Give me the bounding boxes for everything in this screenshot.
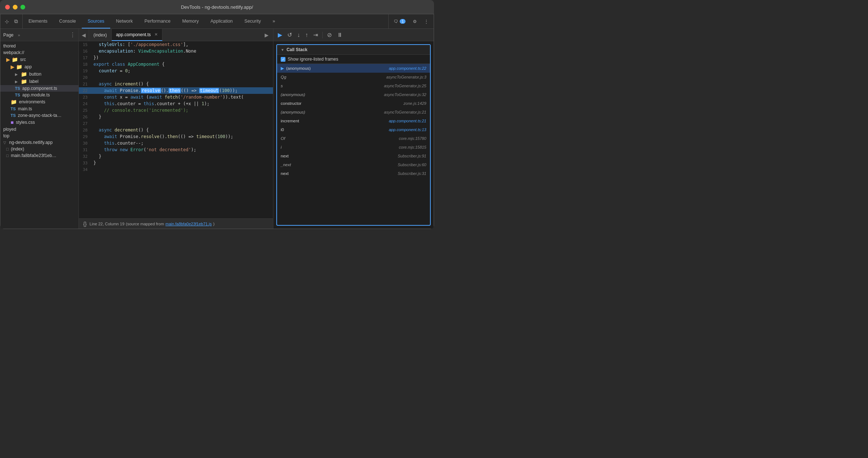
stack-entry-3[interactable]: (anonymous) asyncToGenerator.js:32: [277, 90, 430, 99]
stack-entry-4[interactable]: constructor zone.js:1429: [277, 99, 430, 108]
call-stack-chevron-icon: ▼: [281, 48, 284, 52]
file-item-ng-devtools[interactable]: ▽ ng-devtools.netlify.app: [0, 139, 78, 146]
stack-entry-left: s: [281, 84, 283, 88]
call-stack-title: Call Stack: [287, 47, 307, 52]
source-map-link[interactable]: main.fa8bfa0e23f1eb71.js: [165, 222, 212, 226]
file-item-ployed[interactable]: ployed: [0, 126, 78, 133]
stack-entry-10[interactable]: next Subscriber.js:91: [277, 152, 430, 160]
tab-close-button[interactable]: ✕: [154, 32, 158, 37]
stack-entry-8[interactable]: Of core.mjs:15780: [277, 134, 430, 143]
nav-bar: ⊹ ⧉ Elements Console Sources Network Per…: [0, 14, 434, 29]
folder-icon: ▶ 📁: [6, 57, 18, 62]
nav-right-actions: 🗨 1 ⚙ ⋮: [388, 14, 434, 28]
tab-elements[interactable]: Elements: [23, 14, 53, 28]
maximize-button[interactable]: [20, 5, 25, 9]
step-over-button[interactable]: ↺: [286, 31, 293, 39]
status-source-map: (source mapped from: [126, 222, 164, 226]
file-item-zone-async[interactable]: TS zone-async-stack-ta…: [0, 112, 78, 119]
current-frame-arrow-icon: ▶: [281, 66, 284, 71]
resume-button[interactable]: ▶: [276, 31, 284, 39]
sidebar-more-button[interactable]: »: [18, 33, 20, 37]
chevron-icon: ▶: [15, 80, 18, 84]
tab-application[interactable]: Application: [204, 14, 238, 28]
file-item-webpack[interactable]: webpack://: [0, 49, 78, 56]
call-stack-entries: ▶ (anonymous) app.component.ts:22 Qg asy…: [277, 64, 430, 225]
stack-entry-left: Of: [281, 136, 285, 141]
titlebar: DevTools - ng-devtools.netlify.app/: [0, 0, 434, 14]
step-out-button[interactable]: ↑: [304, 31, 310, 39]
stack-entry-5[interactable]: (anonymous) asyncToGenerator.js:21: [277, 108, 430, 117]
file-item-index[interactable]: □ (index): [0, 146, 78, 152]
code-line-18: 18 export class AppComponent {: [79, 61, 273, 68]
file-item-src[interactable]: ▶ 📁 src: [0, 56, 78, 63]
tab-network[interactable]: Network: [110, 14, 139, 28]
stack-fn-name: (anonymous): [281, 92, 305, 97]
editor-tab-index[interactable]: (index): [89, 29, 112, 41]
stack-entry-0[interactable]: ▶ (anonymous) app.component.ts:22: [277, 64, 430, 73]
stack-entry-9[interactable]: i core.mjs:15815: [277, 143, 430, 152]
format-button[interactable]: {}: [83, 221, 87, 227]
file-item-top[interactable]: top: [0, 133, 78, 139]
file-item-label: environments: [19, 99, 45, 104]
file-item-app-module-ts[interactable]: TS app.module.ts: [0, 92, 78, 98]
stack-location: app.component.ts:13: [389, 127, 426, 132]
device-toggle-icon[interactable]: ⧉: [13, 17, 19, 26]
stack-entry-7[interactable]: i0 app.component.ts:13: [277, 125, 430, 134]
stack-entry-left: (anonymous): [281, 110, 305, 114]
chevron-icon: ▽: [3, 141, 6, 145]
minimize-button[interactable]: [13, 5, 18, 9]
stack-entry-1[interactable]: Qg asyncToGenerator.js:3: [277, 73, 430, 81]
stack-entry-left: increment: [281, 119, 299, 123]
close-button[interactable]: [5, 5, 10, 9]
step-into-button[interactable]: ↓: [296, 31, 302, 39]
code-line-22: 22 await Promise.resolve().then(() => ti…: [79, 87, 273, 94]
inspect-icon[interactable]: ⊹: [3, 17, 11, 26]
file-css-icon: ■: [11, 119, 14, 125]
tab-performance[interactable]: Performance: [139, 14, 177, 28]
file-item-label: webpack://: [3, 50, 24, 55]
tab-nav-back-button[interactable]: ◀: [81, 31, 87, 39]
file-item-label: label: [29, 79, 38, 84]
settings-button[interactable]: ⚙: [411, 18, 419, 26]
file-item-main-ts[interactable]: TS main.ts: [0, 106, 78, 112]
file-item-button[interactable]: ▶ 📁 button: [0, 70, 78, 78]
ignore-frames-checkbox[interactable]: ✓: [281, 57, 285, 62]
file-item-label[interactable]: ▶ 📁 label: [0, 78, 78, 85]
tab-security[interactable]: Security: [239, 14, 267, 28]
deactivate-breakpoints-button[interactable]: ⊘: [326, 31, 333, 39]
tab-sources[interactable]: Sources: [82, 14, 110, 28]
notification-button[interactable]: 🗨 1: [392, 18, 408, 26]
file-item-label: top: [3, 133, 9, 138]
folder-icon: ▶ 📁: [11, 64, 22, 70]
stack-entry-11[interactable]: _next Subscriber.js:60: [277, 160, 430, 169]
stack-entry-2[interactable]: s asyncToGenerator.js:25: [277, 81, 430, 90]
file-item-app-component-ts[interactable]: TS app.component.ts: [0, 85, 78, 92]
tab-memory[interactable]: Memory: [176, 14, 204, 28]
tab-console[interactable]: Console: [53, 14, 82, 28]
sidebar-dots-button[interactable]: ⋮: [70, 31, 76, 38]
tab-more[interactable]: »: [267, 14, 281, 28]
file-ts-icon: TS: [15, 93, 20, 97]
file-item-thored[interactable]: thored: [0, 43, 78, 49]
more-options-button[interactable]: ⋮: [422, 18, 431, 26]
file-item-styles-css[interactable]: ■ styles.css: [0, 119, 78, 126]
step-button[interactable]: ⇥: [312, 31, 319, 39]
file-item-label: app.module.ts: [22, 92, 50, 98]
stack-entry-6[interactable]: increment app.component.ts:21: [277, 117, 430, 125]
file-item-main-fa8b[interactable]: □ main.fa8bfa0e23f1eb…: [0, 152, 78, 159]
file-item-environments[interactable]: 📁 environments: [0, 98, 78, 106]
editor-tab-app-component[interactable]: app.component.ts ✕: [112, 29, 162, 41]
tab-run-button[interactable]: ▶: [263, 31, 270, 39]
call-stack-header[interactable]: ▼ Call Stack: [277, 45, 430, 55]
file-item-label: main.ts: [18, 106, 32, 111]
file-item-app[interactable]: ▶ 📁 app: [0, 63, 78, 70]
call-stack-panel: ▼ Call Stack ✓ Show ignore-listed frames…: [276, 44, 431, 226]
pause-exceptions-button[interactable]: ⏸: [335, 31, 344, 39]
code-line-19: 19 counter = 0;: [79, 68, 273, 74]
code-line-16: 16 encapsulation: ViewEncapsulation.None: [79, 48, 273, 54]
stack-entry-12[interactable]: next Subscriber.js:31: [277, 169, 430, 178]
tab-bar-nav-left: ◀: [79, 29, 89, 41]
file-item-label: (index): [11, 146, 24, 152]
code-line-24: 24 this.counter = this.counter + (+x || …: [79, 100, 273, 107]
code-line-34: 34: [79, 166, 273, 173]
